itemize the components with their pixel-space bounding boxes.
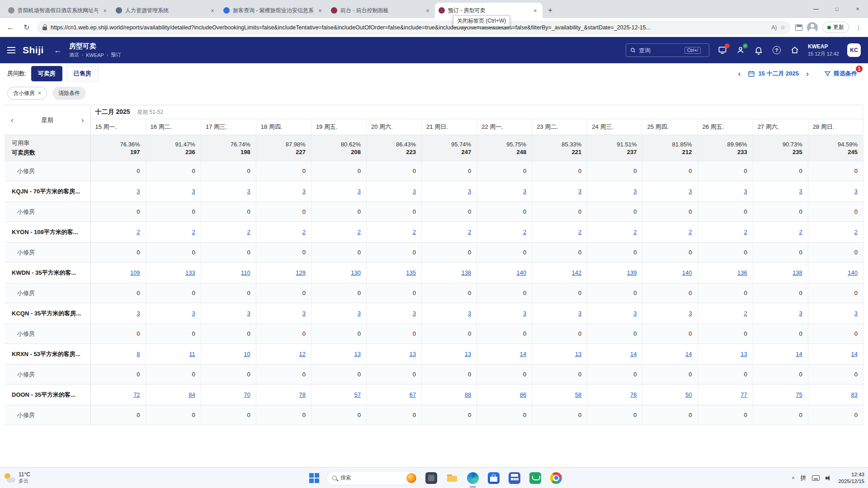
- breadcrumb-hotel[interactable]: 酒店: [69, 52, 79, 58]
- clear-filters-button[interactable]: 清除条件: [52, 87, 86, 100]
- availability-link[interactable]: 3: [247, 310, 250, 317]
- availability-link[interactable]: 2: [413, 229, 416, 235]
- availability-link[interactable]: 2: [192, 229, 195, 235]
- home-icon[interactable]: [790, 45, 800, 55]
- breadcrumb-property[interactable]: KWEAP: [86, 52, 104, 58]
- tab-close-icon[interactable]: ×: [101, 7, 108, 14]
- availability-link[interactable]: 3: [302, 188, 306, 195]
- availability-link[interactable]: 70: [244, 391, 250, 398]
- taskbar-search[interactable]: 搜索: [326, 471, 419, 485]
- filter-chip-minor-repair[interactable]: 含小修房 ×: [7, 87, 47, 100]
- filter-conditions-button[interactable]: 筛选条件 1: [824, 70, 857, 78]
- availability-link[interactable]: 13: [354, 351, 361, 357]
- availability-link[interactable]: 3: [468, 188, 471, 195]
- collections-icon[interactable]: [795, 24, 802, 31]
- availability-link[interactable]: 110: [241, 269, 250, 276]
- global-search[interactable]: Ctrl+/: [626, 43, 709, 57]
- availability-link[interactable]: 138: [461, 269, 471, 276]
- availability-link[interactable]: 11: [189, 351, 195, 357]
- availability-link[interactable]: 3: [689, 188, 692, 195]
- availability-link[interactable]: 12: [299, 351, 305, 357]
- browser-tab-1[interactable]: 贵阳机场智选假日酒店系统网址与... ×: [5, 3, 112, 18]
- ime-badge[interactable]: 拼: [800, 474, 806, 482]
- availability-link[interactable]: 72: [133, 391, 140, 398]
- availability-link[interactable]: 10: [244, 351, 250, 357]
- availability-link[interactable]: 14: [851, 351, 858, 357]
- tray-expand-icon[interactable]: ^: [792, 476, 795, 482]
- app-back-icon[interactable]: ←: [54, 46, 62, 55]
- availability-link[interactable]: 84: [189, 391, 195, 398]
- availability-link[interactable]: 3: [137, 310, 140, 317]
- availability-link[interactable]: 136: [737, 269, 747, 276]
- availability-link[interactable]: 13: [465, 351, 471, 357]
- store-icon[interactable]: [485, 469, 502, 487]
- availability-link[interactable]: 3: [854, 310, 858, 317]
- availability-link[interactable]: 67: [410, 391, 416, 398]
- availability-link[interactable]: 13: [575, 351, 581, 357]
- availability-link[interactable]: 130: [351, 269, 361, 276]
- availability-link[interactable]: 140: [848, 269, 858, 276]
- taskbar-clock[interactable]: 12:43 2025/12/15: [838, 471, 864, 484]
- availability-link[interactable]: 14: [685, 351, 692, 357]
- availability-link[interactable]: 13: [410, 351, 416, 357]
- availability-link[interactable]: 142: [572, 269, 582, 276]
- availability-link[interactable]: 3: [799, 188, 802, 195]
- availability-link[interactable]: 2: [744, 310, 747, 317]
- availability-link[interactable]: 139: [627, 269, 637, 276]
- availability-link[interactable]: 75: [796, 391, 802, 398]
- address-bar[interactable]: https://cn1.web.ep.shiji.world/reports/a…: [37, 21, 791, 34]
- availability-link[interactable]: 77: [741, 391, 747, 398]
- availability-link[interactable]: 138: [793, 269, 802, 276]
- availability-link[interactable]: 2: [358, 229, 361, 235]
- browser-back-button[interactable]: ←: [5, 22, 16, 33]
- volume-icon[interactable]: [826, 475, 832, 481]
- availability-link[interactable]: 2: [633, 229, 637, 235]
- availability-link[interactable]: 86: [520, 391, 526, 398]
- availability-link[interactable]: 133: [185, 269, 195, 276]
- tab-close-icon[interactable]: ×: [424, 7, 431, 14]
- availability-link[interactable]: 8: [137, 351, 140, 357]
- tab-close-icon[interactable]: ×: [532, 7, 539, 14]
- favorite-star-icon[interactable]: ☆: [780, 24, 785, 31]
- availability-link[interactable]: 3: [689, 310, 692, 317]
- start-button[interactable]: [306, 469, 323, 487]
- availability-link[interactable]: 2: [689, 229, 692, 235]
- availability-link[interactable]: 50: [685, 391, 692, 398]
- browser-tab-3[interactable]: 旅客查询 - 紫檀旅馆业治安信息系... ×: [220, 3, 327, 18]
- availability-link[interactable]: 140: [517, 269, 527, 276]
- next-week-icon[interactable]: ›: [81, 116, 84, 125]
- availability-link[interactable]: 2: [578, 229, 581, 235]
- availability-link[interactable]: 2: [302, 229, 306, 235]
- date-picker[interactable]: 15 十二月 2025: [748, 70, 799, 78]
- availability-link[interactable]: 2: [799, 229, 802, 235]
- dark-app-icon[interactable]: [423, 469, 440, 487]
- availability-link[interactable]: 3: [358, 188, 361, 195]
- browser-refresh-button[interactable]: ↻: [21, 22, 33, 33]
- availability-link[interactable]: 3: [413, 310, 416, 317]
- availability-link[interactable]: 3: [302, 310, 306, 317]
- availability-link[interactable]: 3: [744, 188, 747, 195]
- browser-menu-icon[interactable]: ⋮: [854, 24, 863, 31]
- availability-link[interactable]: 3: [413, 188, 416, 195]
- availability-link[interactable]: 3: [358, 310, 361, 317]
- availability-link[interactable]: 2: [854, 229, 858, 235]
- availability-link[interactable]: 83: [851, 391, 858, 398]
- availability-link[interactable]: 2: [137, 229, 140, 235]
- availability-link[interactable]: 58: [575, 391, 581, 398]
- availability-link[interactable]: 140: [682, 269, 692, 276]
- calculator-icon[interactable]: [506, 469, 523, 487]
- availability-link[interactable]: 2: [744, 229, 747, 235]
- prev-date-icon[interactable]: ‹: [735, 69, 743, 79]
- availability-link[interactable]: 76: [630, 391, 637, 398]
- availability-link[interactable]: 14: [796, 351, 802, 357]
- availability-link[interactable]: 14: [630, 351, 637, 357]
- availability-link[interactable]: 78: [299, 391, 305, 398]
- weather-widget[interactable]: 11°C 多云: [4, 468, 30, 488]
- next-date-icon[interactable]: ›: [803, 69, 811, 79]
- availability-link[interactable]: 3: [468, 310, 471, 317]
- new-tab-button[interactable]: +: [544, 5, 556, 16]
- read-aloud-icon[interactable]: A): [771, 24, 777, 31]
- sellable-rooms-button[interactable]: 可卖房: [31, 66, 62, 81]
- availability-link[interactable]: 3: [578, 188, 581, 195]
- availability-link[interactable]: 14: [520, 351, 526, 357]
